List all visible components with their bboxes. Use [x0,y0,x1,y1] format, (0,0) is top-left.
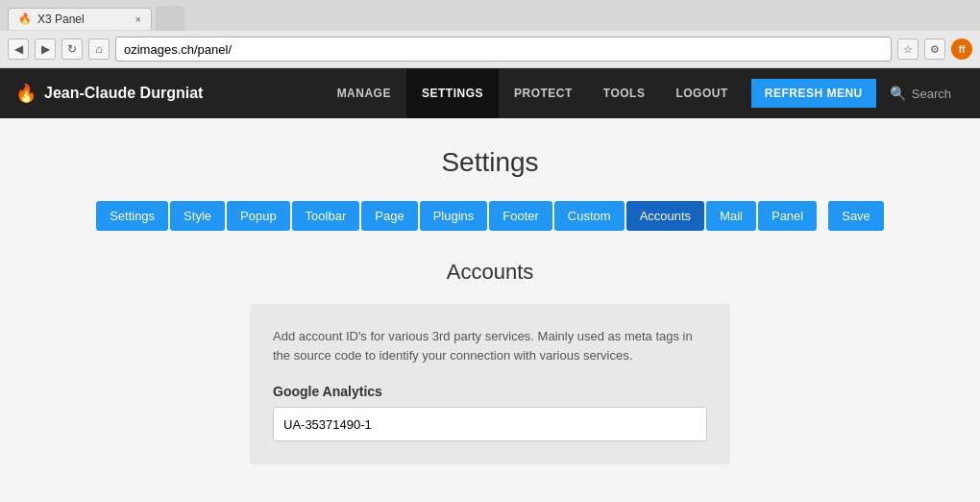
search-label: Search [912,87,951,101]
tab-accounts[interactable]: Accounts [626,201,704,231]
nav-tools-link[interactable]: TOOLS [588,68,661,118]
tab-toolbar[interactable]: Toolbar [292,201,360,231]
tab-title: X3 Panel [37,13,130,26]
tab-settings[interactable]: Settings [96,201,168,231]
tab-footer[interactable]: Footer [489,201,552,231]
forward-button[interactable]: ▶ [35,38,56,60]
tab-panel[interactable]: Panel [758,201,817,231]
tab-close-button[interactable]: × [135,13,141,25]
app: 🔥 Jean-Claude Durgniat Settings MANAGE S… [0,68,980,502]
tab-bar: 🔥 X3 Panel × [0,0,980,31]
settings-icon[interactable]: ⚙ [924,38,945,60]
brand: 🔥 Jean-Claude Durgniat [15,83,203,104]
settings-tabs: Settings Style Popup Toolbar Page Plugin… [19,201,961,231]
accounts-section-box: Add account ID's for various 3rd party s… [250,304,730,464]
address-bar-row: ◀ ▶ ↻ ⌂ ☆ ⚙ ff [0,31,980,67]
tab-plugins[interactable]: Plugins [420,201,488,231]
new-tab-placeholder[interactable] [156,6,184,31]
content-area: Settings Settings Style Popup Toolbar Pa… [0,118,980,502]
browser-chrome: 🔥 X3 Panel × ◀ ▶ ↻ ⌂ ☆ ⚙ ff [0,0,980,68]
tab-popup[interactable]: Popup [227,201,290,231]
search-area[interactable]: 🔍 Search [876,86,965,101]
save-button[interactable]: Save [828,201,884,231]
nav-links: Settings MANAGE SETTINGS PROTECT TOOLS L… [322,68,965,118]
bookmark-icon[interactable]: ☆ [897,38,919,60]
nav-settings-link[interactable]: SETTINGS [406,68,499,118]
refresh-menu-button[interactable]: Refresh Menu [751,79,876,108]
brand-name: Jean-Claude Durgniat [44,85,203,102]
home-button[interactable]: ⌂ [88,38,110,60]
nav-protect-link[interactable]: PROTECT [499,68,588,118]
reload-button[interactable]: ↻ [61,38,83,60]
google-analytics-input[interactable] [273,407,707,441]
tab-mail[interactable]: Mail [706,201,756,231]
tab-page[interactable]: Page [361,201,417,231]
nav-logout-link[interactable]: LOGOUT [660,68,743,118]
tab-custom[interactable]: Custom [554,201,625,231]
page-title: Settings [19,147,961,178]
section-description: Add account ID's for various 3rd party s… [273,327,707,364]
section-title: Accounts [19,260,961,285]
back-button[interactable]: ◀ [8,38,29,60]
flame-icon: 🔥 [15,83,37,104]
address-input[interactable] [115,37,892,62]
nav-manage-link[interactable]: MANAGE [322,68,406,118]
search-icon: 🔍 [890,86,906,101]
firefox-icon: ff [951,38,972,60]
google-analytics-label: Google Analytics [273,384,707,399]
tab-style[interactable]: Style [170,201,225,231]
browser-tab[interactable]: 🔥 X3 Panel × [8,8,152,30]
top-nav: 🔥 Jean-Claude Durgniat Settings MANAGE S… [0,68,980,118]
